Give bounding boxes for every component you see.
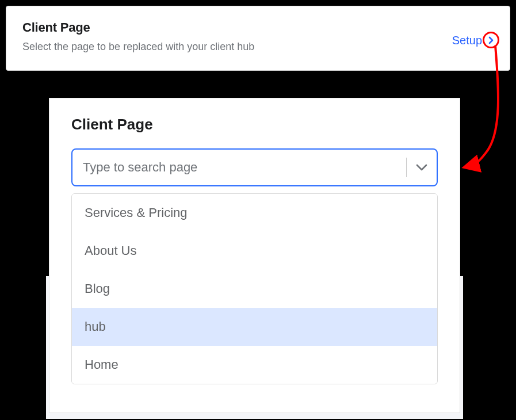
dropdown-option[interactable]: hub	[72, 308, 437, 346]
client-page-selector-card: Client Page Services & Pricing About Us …	[49, 98, 460, 413]
chevron-down-icon[interactable]	[415, 162, 429, 173]
setup-link[interactable]: Setup	[452, 34, 482, 47]
client-page-header-card: Client Page Select the page to be replac…	[6, 6, 510, 71]
setup-chevron-icon[interactable]	[483, 32, 499, 48]
client-page-title: Client Page	[22, 20, 494, 35]
client-page-subtitle: Select the page to be replaced with your…	[22, 41, 494, 53]
dropdown-option[interactable]: Home	[72, 346, 437, 384]
page-select-combo[interactable]	[71, 148, 438, 186]
selector-title: Client Page	[71, 116, 438, 133]
dropdown-option[interactable]: About Us	[72, 232, 437, 270]
page-options-dropdown: Services & Pricing About Us Blog hub Hom…	[71, 193, 438, 384]
page-search-input[interactable]	[83, 160, 402, 175]
combo-separator	[406, 158, 407, 177]
dropdown-option[interactable]: Blog	[72, 270, 437, 308]
dropdown-option[interactable]: Services & Pricing	[72, 194, 437, 232]
